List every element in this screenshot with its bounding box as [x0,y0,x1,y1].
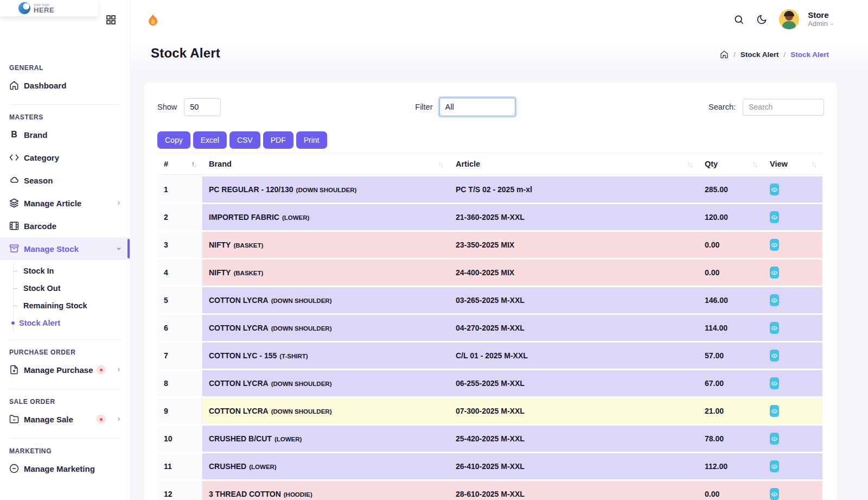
brand-cell: COTTON LYCRA(DOWN SHOULDER) [202,398,449,424]
qty-cell: 120.00 [698,204,763,230]
table-row: 8 COTTON LYCRA(DOWN SHOULDER) 06-255-202… [157,370,822,396]
eye-icon [771,187,777,193]
view-cell [763,426,822,452]
column-header-number[interactable]: # ↑↓ [157,153,202,174]
sidebar-subitem-stock-out[interactable]: Stock Out [14,280,130,297]
copy-button[interactable]: Copy [157,131,190,149]
row-number: 6 [157,315,202,341]
view-button[interactable] [770,294,779,306]
user-role: Admin [808,20,828,28]
view-button[interactable] [770,433,779,445]
eye-icon [771,491,777,497]
breadcrumb-parent[interactable]: Stock Alert [741,50,779,59]
print-button[interactable]: Print [296,131,327,149]
qty-cell: 67.00 [698,370,763,396]
dark-mode-moon-icon[interactable] [756,14,767,25]
sidebar-item-barcode[interactable]: Barcode [0,214,130,237]
filter-select[interactable] [439,98,515,116]
view-cell [763,176,822,202]
sidebar-item-label: Brand [24,130,122,140]
article-cell: 25-420-2025 M-XXL [449,426,698,452]
table-row: 10 CRUSHED B/CUT(LOWER) 25-420-2025 M-XX… [157,426,822,452]
search-icon[interactable] [733,14,744,25]
view-cell [763,370,822,396]
view-button[interactable] [770,183,779,195]
layers-icon [9,198,19,208]
chevron-down-icon [829,22,834,27]
sidebar-item-manage-sale[interactable]: Manage Sale [0,408,130,431]
qty-cell: 112.00 [698,453,763,479]
sidebar: your logo HERE GENERAL Dashboard MASTERS… [0,0,130,500]
sort-icon: ↑↓ [687,160,692,168]
sidebar-item-brand[interactable]: B Brand [0,123,130,146]
sidebar-item-season[interactable]: Season [0,169,130,192]
brand-cell: CRUSHED B/CUT(LOWER) [202,426,449,452]
table-header: # ↑↓ Brand ↑↓ Article ↑↓ Qty ↑↓ View ↑↓ [157,153,822,175]
view-button[interactable] [770,488,779,500]
eye-icon [771,436,777,442]
section-label-sale-order: SALE ORDER [0,398,130,406]
sidebar-subitem-stock-in[interactable]: Stock In [14,262,130,280]
eye-icon [771,464,777,470]
column-header-view[interactable]: View ↑↓ [763,153,822,174]
view-button[interactable] [770,211,779,223]
user-menu[interactable]: Store Admin [808,10,834,28]
sort-icon: ↑↓ [812,160,816,168]
brand-cell: CRUSHED(LOWER) [202,453,449,479]
breadcrumb-home-icon[interactable] [720,50,729,59]
view-button[interactable] [770,322,779,334]
row-number: 12 [157,481,202,500]
row-number: 11 [157,453,202,479]
sidebar-item-dashboard[interactable]: Dashboard [0,74,130,97]
qty-cell: 0.00 [698,481,763,500]
sidebar-nav: GENERAL Dashboard MASTERS B Brand Catego… [0,16,130,480]
article-cell: 06-255-2025 M-XXL [449,370,698,396]
view-button[interactable] [770,377,779,389]
sidebar-item-manage-article[interactable]: Manage Article [0,192,130,214]
sidebar-item-manage-purchase[interactable]: Manage Purchase [0,358,130,381]
table-row: 12 3 THREAD COTTON(HOODIE) 28-610-2025 M… [157,481,822,500]
section-label-marketing: MARKETING [0,447,130,455]
top-header: Store Admin [130,0,868,39]
article-cell: 07-300-2025 M-XXL [449,398,698,424]
article-cell: 04-270-2025 M-XXL [449,315,698,341]
qty-cell: 285.00 [698,176,763,202]
sidebar-subitem-stock-alert[interactable]: Stock Alert [14,314,130,332]
view-button[interactable] [770,405,779,417]
manage-stock-submenu: Stock In Stock Out Remaining Stock Stock… [13,262,130,332]
eye-icon [771,298,777,303]
view-button[interactable] [770,267,779,279]
csv-button[interactable]: CSV [229,131,260,149]
section-label-general: GENERAL [0,64,130,72]
row-number: 9 [157,398,202,424]
view-button[interactable] [770,460,779,472]
view-button[interactable] [770,239,779,251]
sidebar-item-manage-stock[interactable]: Manage Stock [0,237,130,260]
column-header-article[interactable]: Article ↑↓ [449,153,698,174]
view-button[interactable] [770,350,779,362]
circle-minus-icon [9,464,19,473]
sidebar-item-label: Category [24,153,122,162]
sidebar-item-manage-marketing[interactable]: Manage Marketing [0,457,130,480]
export-buttons: Copy Excel CSV PDF Print [157,131,824,149]
sidebar-toggle-grid-icon[interactable] [106,15,116,24]
column-header-brand[interactable]: Brand ↑↓ [202,153,449,174]
divider [9,104,120,105]
excel-button[interactable]: Excel [193,131,227,149]
article-cell: C/L 01 - 2025 M-XXL [449,343,698,369]
pdf-button[interactable]: PDF [263,131,293,149]
table-controls: Show Filter Search: [157,98,824,116]
sidebar-item-category[interactable]: Category [0,146,130,169]
logo[interactable]: your logo HERE [0,0,98,16]
user-avatar[interactable] [779,9,799,29]
eye-icon [771,381,777,387]
sidebar-item-label: Manage Purchase [24,365,96,375]
show-entries-input[interactable] [184,98,221,116]
sidebar-subitem-remaining-stock[interactable]: Remaining Stock [14,297,130,314]
content-card: Show Filter Search: Copy Excel CSV PDF P… [144,83,837,500]
table-row: 7 COTTON LYC - 155(T-SHIRT) C/L 01 - 202… [157,343,822,369]
breadcrumb-current: Stock Alert [790,50,829,59]
table-search-input[interactable] [743,99,824,116]
eye-icon [771,214,777,220]
column-header-qty[interactable]: Qty ↑↓ [698,153,763,174]
